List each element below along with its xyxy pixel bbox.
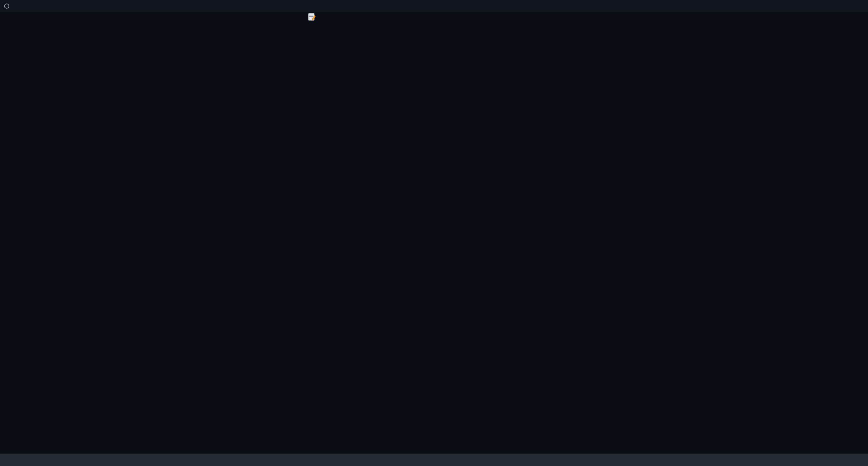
memo-icon [308, 13, 316, 21]
header-bar [0, 0, 868, 12]
footer-bar [0, 454, 868, 466]
main-content [0, 12, 868, 454]
detail-panel [308, 12, 868, 454]
terminal-screen [0, 0, 868, 466]
app-menu-circle-icon[interactable] [4, 4, 9, 8]
metrics-tree [0, 12, 308, 454]
detail-title [308, 12, 319, 22]
